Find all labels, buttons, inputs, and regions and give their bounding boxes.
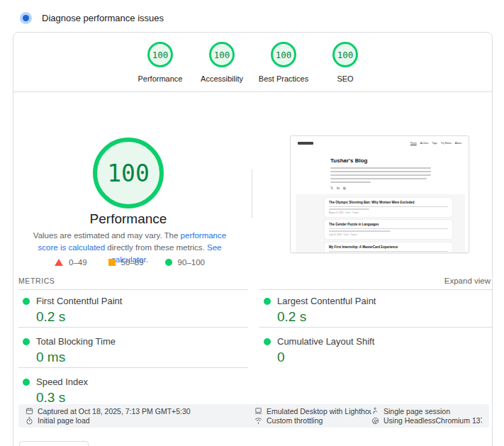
average-square-icon	[108, 259, 116, 266]
metric-value: 0 ms	[36, 350, 248, 365]
metric-speed-index: Speed Index 0.3 s	[18, 371, 248, 408]
thumb-site-title: Tushar's Blog	[330, 157, 367, 164]
metric-label: Speed Index	[36, 377, 88, 387]
text-skeleton-line	[330, 167, 431, 169]
legend-average-range: 50–89	[108, 258, 144, 267]
metric-total-blocking-time: Total Blocking Time 0 ms	[18, 330, 248, 368]
metric-cumulative-layout-shift: Cumulative Layout Shift 0	[259, 330, 492, 368]
pass-dot-icon	[264, 298, 271, 305]
thumb-social-icons: 𝕏 in ⧉	[330, 186, 346, 191]
expand-view-button[interactable]: Expand view	[444, 277, 491, 285]
text-skeleton-line	[330, 174, 431, 176]
laptop-icon	[254, 407, 262, 415]
best-practices-gauge-icon: 100	[271, 42, 296, 67]
category-label: Best Practices	[259, 74, 308, 83]
thumb-article-meta: July 13, 2024 · 4 min · Tushar	[329, 233, 448, 236]
legend-range-label: 0–49	[69, 258, 87, 267]
thumb-nav-item: Try Notes	[441, 142, 452, 145]
thumb-intro-paragraph	[330, 167, 431, 185]
thumb-site-header: Posts Archive Tags Try Notes About	[298, 142, 461, 145]
metric-value: 0.2 s	[36, 309, 248, 325]
final-screenshot-thumbnail[interactable]: Posts Archive Tags Try Notes About Tusha…	[290, 135, 469, 253]
description-text: directly from these metrics.	[105, 243, 207, 252]
accessibility-gauge-icon: 100	[209, 42, 235, 67]
pass-dot-icon	[23, 338, 30, 345]
thumb-article-title: The Olympic Shooting Ban: Why Women Were…	[329, 201, 448, 204]
category-seo[interactable]: 100 SEO	[315, 42, 376, 83]
throttling-info: Custom throttling	[254, 416, 371, 425]
page-load-type-label: Initial page load	[38, 416, 90, 425]
metric-first-contentful-paint: First Contentful Paint 0.2 s	[18, 290, 248, 328]
thumb-nav-item: Tags	[432, 142, 437, 145]
thumb-article-card: My First Internship: A MasterCard Experi…	[325, 242, 452, 253]
metric-value: 0	[277, 350, 492, 365]
calendar-icon	[26, 407, 33, 415]
legend-pass-range: 90–100	[165, 258, 205, 267]
thumb-site-logo	[298, 142, 313, 145]
link-icon: ⧉	[343, 186, 346, 191]
text-skeleton-line	[330, 171, 431, 172]
text-skeleton-line	[330, 182, 371, 183]
x-icon: 𝕏	[330, 186, 333, 191]
metric-value: 0.3 s	[36, 390, 248, 406]
browser-info: Using HeadlessChromium 137.0.7151.119 wi…	[371, 416, 482, 425]
category-label: SEO	[337, 74, 353, 83]
capture-time: Captured at Oct 18, 2025, 7:13 PM GMT+5:…	[26, 407, 254, 416]
category-accessibility[interactable]: 100 Accessibility	[191, 42, 253, 83]
metric-label: First Contentful Paint	[36, 296, 122, 306]
metric-label: Total Blocking Time	[36, 336, 116, 347]
thumb-article-title: My First Internship: A MasterCard Experi…	[329, 245, 448, 249]
thumb-nav-item: Posts	[410, 142, 417, 145]
throttling-info-label[interactable]: Custom throttling	[267, 416, 323, 425]
text-skeleton-line	[330, 178, 427, 179]
thumb-article-meta: August 9, 2024 · 3 min · Tushar	[329, 211, 448, 214]
thumb-nav-item: Archive	[420, 142, 429, 145]
category-label: Accessibility	[201, 74, 243, 83]
metric-label: Cumulative Layout Shift	[277, 336, 374, 347]
emulation-info: Emulated Desktop with Lighthouse 12.8.2	[254, 407, 371, 416]
legend-range-label: 50–89	[121, 258, 144, 267]
text-skeleton-line	[329, 228, 448, 230]
radio-selected-icon[interactable]	[20, 12, 32, 24]
vertical-divider	[252, 169, 252, 218]
pass-dot-icon	[264, 338, 271, 345]
throttle-icon	[254, 417, 262, 425]
emulation-info-label[interactable]: Emulated Desktop with Lighthouse 12.8.2	[267, 407, 371, 416]
text-skeleton-line	[329, 230, 391, 232]
text-skeleton-line	[329, 251, 448, 252]
category-scores-row: 100 Performance 100 Accessibility 100 Be…	[13, 42, 492, 83]
metric-label: Largest Contentful Paint	[277, 296, 376, 306]
legend-range-label: 90–100	[178, 258, 205, 267]
fail-triangle-icon	[55, 259, 63, 266]
performance-gauge-icon: 100	[147, 42, 173, 67]
pass-circle-icon	[165, 259, 172, 266]
pass-dot-icon	[23, 298, 30, 305]
metric-largest-contentful-paint: Largest Contentful Paint 0.2 s	[259, 290, 492, 328]
category-best-practices[interactable]: 100 Best Practices	[253, 42, 315, 83]
session-icon	[371, 407, 379, 415]
section-divider	[13, 91, 492, 92]
pass-dot-icon	[23, 379, 30, 386]
lighthouse-report-page: Diagnose performance issues 100 Performa…	[0, 0, 504, 446]
capture-time-label: Captured at Oct 18, 2025, 7:13 PM GMT+5:…	[38, 407, 191, 416]
browser-info-label[interactable]: Using HeadlessChromium 137.0.7151.119 wi…	[383, 416, 482, 425]
report-card: 100 Performance 100 Accessibility 100 Be…	[13, 32, 493, 446]
thumb-article-card: The Gender Puzzle in Languages July 13, …	[325, 220, 452, 239]
seo-gauge-icon: 100	[332, 42, 358, 67]
partial-bottom-button[interactable]	[19, 441, 89, 446]
description-text: Values are estimated and may vary. The	[33, 231, 181, 240]
session-info-label[interactable]: Single page session	[383, 407, 450, 416]
text-skeleton-line	[329, 208, 369, 210]
stopwatch-icon	[26, 417, 33, 425]
session-info: Single page session	[371, 407, 482, 416]
thumb-article-card: The Olympic Shooting Ban: Why Women Were…	[325, 198, 452, 217]
metric-value: 0.2 s	[277, 309, 492, 325]
text-skeleton-line	[329, 206, 448, 208]
thumb-nav-item: About	[455, 142, 461, 145]
diagnose-option-row: Diagnose performance issues	[20, 12, 164, 24]
diagnose-option-label: Diagnose performance issues	[42, 13, 164, 23]
category-performance[interactable]: 100 Performance	[130, 42, 191, 83]
metrics-section-label: METRICS	[18, 277, 55, 285]
thumb-article-title: The Gender Puzzle in Languages	[329, 223, 448, 226]
score-legend: 0–49 50–89 90–100	[26, 258, 233, 267]
